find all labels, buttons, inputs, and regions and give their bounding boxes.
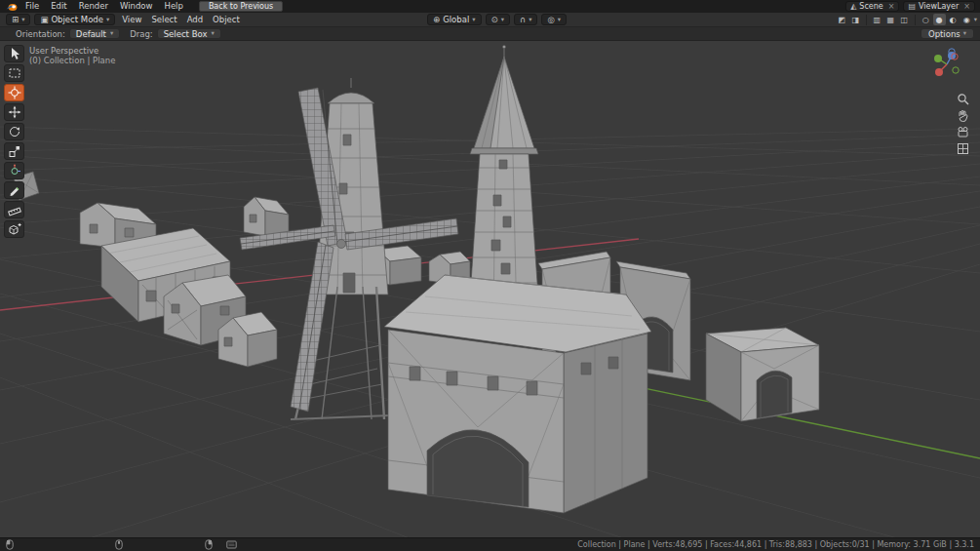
view-perspective-label: User Perspective bbox=[29, 46, 98, 56]
divider bbox=[915, 15, 916, 25]
chevron-down-icon: ▾ bbox=[211, 30, 214, 37]
shading-material-button[interactable]: ◐ bbox=[947, 14, 960, 25]
house-tall-narrow[interactable] bbox=[244, 197, 289, 238]
tool-measure[interactable] bbox=[4, 201, 24, 218]
gate-object[interactable] bbox=[384, 275, 651, 513]
tool-move[interactable] bbox=[4, 103, 24, 121]
viewlayer-icon: ▤ bbox=[908, 2, 916, 11]
mouse-left-hint bbox=[6, 539, 14, 550]
ortho-grid-icon bbox=[957, 142, 969, 155]
pan-control[interactable] bbox=[955, 108, 970, 123]
back-to-previous-button[interactable]: Back to Previous bbox=[199, 1, 283, 12]
chevron-down-icon: ▾ bbox=[558, 17, 561, 23]
orientation-setting-label: Orientation: bbox=[16, 29, 65, 39]
shading-popover-arrow[interactable]: ▾ bbox=[974, 17, 977, 23]
mode-dropdown[interactable]: ▣ Object Mode ▾ bbox=[34, 14, 115, 25]
menu-view[interactable]: View bbox=[117, 15, 146, 24]
show-overlays-toggle[interactable]: ◨ bbox=[849, 16, 862, 24]
header-right-cluster: ◩ ◨ ▥ ▦ ◫ ○ ● ◐ ◉ ▾ bbox=[836, 14, 977, 25]
rotate-icon bbox=[8, 125, 21, 138]
options-label: Options bbox=[928, 29, 960, 39]
menu-add[interactable]: Add bbox=[182, 15, 208, 24]
scene-unlink-icon[interactable]: × bbox=[886, 2, 895, 11]
axis-gizmo-icon bbox=[929, 47, 964, 82]
topbar-right-cluster: ◭ Scene × ▤ ViewLayer × bbox=[845, 1, 975, 12]
camera-icon bbox=[957, 126, 969, 138]
shading-rendered-button[interactable]: ◉ bbox=[960, 14, 973, 25]
pivot-point-dropdown[interactable]: ⊙ ▾ bbox=[486, 14, 510, 25]
shading-wireframe-button[interactable]: ○ bbox=[920, 14, 932, 25]
chevron-down-icon: ▾ bbox=[21, 17, 24, 23]
hand-icon bbox=[957, 109, 969, 122]
editor-type-dropdown[interactable]: ⊞ ▾ bbox=[6, 14, 30, 25]
blender-logo-icon[interactable] bbox=[5, 1, 18, 12]
tool-transform[interactable] bbox=[4, 162, 24, 179]
menu-help[interactable]: Help bbox=[158, 0, 188, 13]
select-box-icon bbox=[8, 66, 21, 80]
mouse-middle-icon bbox=[115, 539, 123, 550]
global-orientation-icon: ⊕ bbox=[433, 16, 440, 24]
tool-settings-bar: Orientation: Default ▾ Drag: Select Box … bbox=[0, 27, 980, 41]
measure-ruler-icon bbox=[8, 203, 21, 216]
orientation-setting-value: Default bbox=[76, 29, 106, 39]
cursor-arrow-icon bbox=[8, 47, 21, 60]
proportional-edit-dropdown[interactable]: ◎ ▾ bbox=[541, 14, 567, 25]
status-bar: Collection | Plane | Verts:48,695 | Face… bbox=[0, 537, 980, 551]
show-gizmo-toggle[interactable]: ◩ bbox=[836, 16, 848, 24]
keyboard-icon bbox=[226, 540, 237, 549]
tool-rotate[interactable] bbox=[4, 123, 24, 140]
navigation-gizmo[interactable] bbox=[929, 47, 964, 84]
scene-icon: ◭ bbox=[850, 2, 856, 11]
object-mode-icon: ▣ bbox=[40, 16, 48, 24]
annotations-toggle[interactable]: ◫ bbox=[898, 16, 911, 24]
viewport-canvas[interactable] bbox=[0, 41, 980, 537]
editor-type-icon: ⊞ bbox=[12, 16, 19, 24]
menu-select[interactable]: Select bbox=[146, 15, 181, 24]
mouse-right-hint bbox=[205, 539, 213, 550]
transform-orientation-dropdown[interactable]: ⊕ Global ▾ bbox=[427, 14, 482, 25]
viewport-3d[interactable]: User Perspective (0) Collection | Plane bbox=[0, 41, 980, 537]
menu-edit[interactable]: Edit bbox=[45, 0, 72, 13]
tool-scale[interactable] bbox=[4, 142, 24, 160]
pivot-point-icon: ⊙ bbox=[491, 16, 498, 24]
drag-setting-label: Drag: bbox=[130, 29, 153, 39]
shading-solid-button[interactable]: ● bbox=[933, 14, 946, 25]
keyboard-hint bbox=[226, 540, 237, 549]
camera-view-control[interactable] bbox=[955, 125, 970, 139]
viewport-header: ⊞ ▾ ▣ Object Mode ▾ View Select Add Obje… bbox=[0, 13, 980, 27]
menu-file[interactable]: File bbox=[20, 0, 45, 13]
scale-icon bbox=[8, 144, 21, 158]
header-center-cluster: ⊕ Global ▾ ⊙ ▾ ∩ ▾ ◎ ▾ bbox=[425, 14, 568, 25]
active-collection-label: (0) Collection | Plane bbox=[29, 56, 115, 65]
arch-block-object[interactable] bbox=[706, 328, 819, 421]
mouse-left-icon bbox=[6, 539, 14, 550]
scene-name: Scene bbox=[859, 2, 882, 11]
divider bbox=[866, 15, 867, 25]
tool-add-cube[interactable] bbox=[4, 220, 24, 238]
viewlayer-selector[interactable]: ▤ ViewLayer × bbox=[903, 1, 975, 12]
drag-setting-dropdown[interactable]: Select Box ▾ bbox=[157, 28, 221, 39]
orientation-label: Global bbox=[443, 15, 469, 24]
chevron-down-icon: ▾ bbox=[106, 17, 109, 23]
ortho-perspective-control[interactable] bbox=[955, 141, 970, 156]
mode-label: Object Mode bbox=[51, 15, 103, 24]
orientation-setting-dropdown[interactable]: Default ▾ bbox=[69, 28, 120, 39]
xray-toggle[interactable]: ▥ bbox=[871, 16, 883, 24]
tool-tweak[interactable] bbox=[4, 45, 24, 62]
viewlayer-unlink-icon[interactable]: × bbox=[961, 2, 970, 11]
scene-selector[interactable]: ◭ Scene × bbox=[845, 1, 899, 12]
tool-annotate[interactable] bbox=[4, 181, 24, 199]
mouse-right-icon bbox=[205, 539, 213, 550]
tool-cursor[interactable] bbox=[4, 84, 24, 101]
visibility-toggle[interactable]: ▦ bbox=[884, 16, 897, 24]
zoom-control[interactable] bbox=[955, 92, 970, 106]
menu-object[interactable]: Object bbox=[208, 15, 245, 24]
snap-dropdown[interactable]: ∩ ▾ bbox=[514, 14, 538, 25]
menu-window[interactable]: Window bbox=[114, 0, 159, 13]
options-button[interactable]: Options ▾ bbox=[921, 28, 974, 39]
menu-render[interactable]: Render bbox=[73, 0, 114, 13]
blender-logo-glyph bbox=[6, 2, 18, 12]
chevron-down-icon: ▾ bbox=[501, 17, 504, 23]
chevron-down-icon: ▾ bbox=[110, 30, 113, 37]
tool-select-box[interactable] bbox=[4, 64, 24, 82]
